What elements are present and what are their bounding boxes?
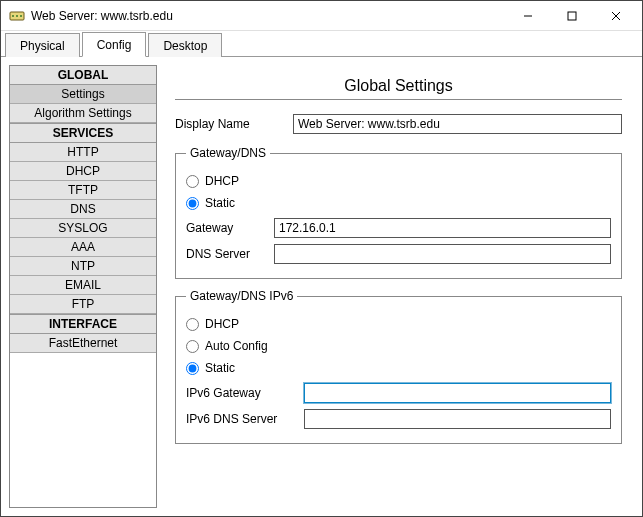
svg-point-2 (16, 15, 18, 17)
app-icon (9, 8, 25, 24)
titlebar: Web Server: www.tsrb.edu (1, 1, 642, 31)
sidebar-item-algorithm-settings[interactable]: Algorithm Settings (10, 104, 156, 123)
svg-point-1 (12, 15, 14, 17)
sidebar-item-fastethernet[interactable]: FastEthernet (10, 334, 156, 353)
gwdns6-dhcp-row: DHCP (186, 317, 611, 331)
gateway-row: Gateway (186, 218, 611, 238)
sidebar-header-interface: INTERFACE (10, 314, 156, 334)
gateway-dns-ipv6-group: Gateway/DNS IPv6 DHCP Auto Config Static… (175, 289, 622, 444)
gwdns-static-row: Static (186, 196, 611, 210)
window-title: Web Server: www.tsrb.edu (31, 9, 506, 23)
ipv6-dns-server-input[interactable] (304, 409, 611, 429)
svg-point-3 (20, 15, 22, 17)
sidebar: GLOBAL Settings Algorithm Settings SERVI… (9, 65, 157, 508)
dns-row: DNS Server (186, 244, 611, 264)
ipv6-dns-row: IPv6 DNS Server (186, 409, 611, 429)
gwdns6-static-row: Static (186, 361, 611, 375)
gwdns6-dhcp-label: DHCP (205, 317, 239, 331)
gwdns6-static-label: Static (205, 361, 235, 375)
sidebar-item-dns[interactable]: DNS (10, 200, 156, 219)
title-rule (175, 99, 622, 100)
svg-rect-5 (568, 12, 576, 20)
sidebar-item-settings[interactable]: Settings (10, 85, 156, 104)
tab-desktop[interactable]: Desktop (148, 33, 222, 57)
content-area: GLOBAL Settings Algorithm Settings SERVI… (1, 57, 642, 516)
gwdns6-static-radio[interactable] (186, 362, 199, 375)
tabs: Physical Config Desktop (1, 31, 642, 57)
gateway-dns-ipv6-legend: Gateway/DNS IPv6 (186, 289, 297, 303)
sidebar-header-global: GLOBAL (10, 66, 156, 85)
sidebar-item-ftp[interactable]: FTP (10, 295, 156, 314)
window-controls (506, 2, 638, 30)
gwdns6-autoconfig-row: Auto Config (186, 339, 611, 353)
ipv6-gateway-input[interactable] (304, 383, 611, 403)
gwdns-static-label: Static (205, 196, 235, 210)
ipv6-gateway-row: IPv6 Gateway (186, 383, 611, 403)
sidebar-item-ntp[interactable]: NTP (10, 257, 156, 276)
dns-server-input[interactable] (274, 244, 611, 264)
sidebar-item-http[interactable]: HTTP (10, 143, 156, 162)
tab-config[interactable]: Config (82, 32, 147, 57)
gwdns-dhcp-radio[interactable] (186, 175, 199, 188)
gwdns-dhcp-row: DHCP (186, 174, 611, 188)
gateway-input[interactable] (274, 218, 611, 238)
gwdns6-dhcp-radio[interactable] (186, 318, 199, 331)
close-button[interactable] (594, 2, 638, 30)
sidebar-item-dhcp[interactable]: DHCP (10, 162, 156, 181)
gwdns-dhcp-label: DHCP (205, 174, 239, 188)
sidebar-item-tftp[interactable]: TFTP (10, 181, 156, 200)
display-name-row: Display Name (175, 114, 622, 134)
dns-server-label: DNS Server (186, 247, 266, 261)
tab-physical[interactable]: Physical (5, 33, 80, 57)
page-title: Global Settings (175, 77, 622, 95)
sidebar-item-syslog[interactable]: SYSLOG (10, 219, 156, 238)
gwdns-static-radio[interactable] (186, 197, 199, 210)
gwdns6-autoconfig-radio[interactable] (186, 340, 199, 353)
gateway-dns-legend: Gateway/DNS (186, 146, 270, 160)
gwdns6-autoconfig-label: Auto Config (205, 339, 268, 353)
display-name-input[interactable] (293, 114, 622, 134)
minimize-button[interactable] (506, 2, 550, 30)
display-name-label: Display Name (175, 117, 285, 131)
maximize-button[interactable] (550, 2, 594, 30)
app-window: Web Server: www.tsrb.edu Physical Config… (0, 0, 643, 517)
gateway-label: Gateway (186, 221, 266, 235)
gateway-dns-group: Gateway/DNS DHCP Static Gateway DNS Serv… (175, 146, 622, 279)
sidebar-item-aaa[interactable]: AAA (10, 238, 156, 257)
main-panel: Global Settings Display Name Gateway/DNS… (163, 65, 634, 508)
sidebar-item-email[interactable]: EMAIL (10, 276, 156, 295)
sidebar-header-services: SERVICES (10, 123, 156, 143)
ipv6-gateway-label: IPv6 Gateway (186, 386, 296, 400)
ipv6-dns-server-label: IPv6 DNS Server (186, 412, 296, 426)
